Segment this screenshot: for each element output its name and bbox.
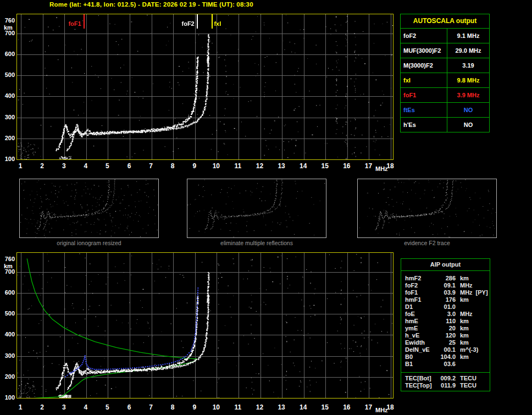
- aip-name: D1: [405, 303, 436, 311]
- x-tick-label: 7: [146, 403, 157, 411]
- aip-name: foE: [405, 311, 436, 318]
- aip-name: Ewidth: [405, 339, 436, 346]
- aip-unit: MHz: [456, 289, 473, 296]
- x-tick-label: 15: [319, 403, 330, 411]
- x-tick-label: 8: [167, 403, 178, 411]
- aip-unit: km: [456, 318, 469, 325]
- aip-unit: km: [456, 332, 469, 339]
- y-tick-label: 700: [1, 268, 15, 275]
- x-tick-label: 16: [341, 403, 352, 411]
- aip-note: [469, 296, 472, 303]
- aip-name: h_vE: [405, 332, 436, 339]
- aip-name: B1: [405, 361, 436, 368]
- aip-note: [PY]: [473, 289, 488, 296]
- aip-note: [469, 353, 472, 361]
- aip-unit: km: [456, 339, 469, 346]
- thumbnail-canvas-reflections: [187, 179, 326, 237]
- autoscala-param-value: NO: [447, 118, 489, 132]
- y-tick-label: 600: [1, 51, 15, 57]
- aip-name: TEC[Bot]: [405, 375, 436, 382]
- autoscala-param-value: 9.8 MHz: [447, 73, 489, 87]
- thumbnail-evidence-f2: [357, 179, 497, 238]
- autoscala-output-panel: AUTOSCALA output foF29.1 MHzMUF(3000)F22…: [400, 14, 490, 132]
- x-tick-label: 6: [124, 403, 135, 411]
- y-tick-label: 400: [1, 331, 15, 337]
- aip-unit: MHz: [456, 282, 473, 289]
- aip-val: 03.9: [436, 289, 456, 296]
- aip-name: DelN_vE: [405, 346, 436, 353]
- autoscala-param-name: ftEs: [401, 103, 447, 117]
- aip-row-ymE: ymE20km: [405, 325, 490, 332]
- aip-row-foF1: foF103.9MHz[PY]: [405, 289, 490, 296]
- aip-val: 03.6: [436, 361, 456, 368]
- aip-val: 01.0: [436, 303, 456, 311]
- tec-section: TEC[Bot]009.2TECUTEC[Top]011.9TECU: [401, 372, 490, 391]
- x-tick-label: 2: [37, 403, 48, 411]
- bottom-ionogram-plot: [16, 252, 394, 399]
- aip-row-h_vE: h_vE120km: [405, 332, 490, 339]
- autoscala-param-name: foF1: [401, 88, 447, 102]
- x-tick-label: 4: [80, 403, 91, 411]
- aip-note: [460, 361, 463, 368]
- aip-name: B0: [405, 353, 436, 361]
- x-tick-label: 3: [58, 403, 69, 411]
- x-tick-label: 11: [232, 162, 243, 170]
- x-tick-label: 2: [37, 162, 48, 170]
- x-tick-label: 18: [385, 162, 396, 170]
- autoscala-row-foF2: foF29.1 MHz: [401, 29, 489, 43]
- autoscala-param-name: MUF(3000)F2: [401, 43, 447, 58]
- y-tick-label: 200: [1, 373, 15, 380]
- x-tick-label: 7: [146, 162, 157, 170]
- x-tick-label: 9: [189, 403, 200, 411]
- x-tick-label: 8: [167, 162, 178, 170]
- aip-name: ymE: [405, 325, 436, 332]
- aip-row-foF2: foF209.1MHz: [405, 282, 490, 289]
- y-tick-label: 600: [1, 289, 15, 296]
- x-tick-label: 12: [254, 403, 265, 411]
- thumbnail-original-ionogram: [19, 179, 159, 238]
- thumbnail-caption-original: original ionogram resized: [19, 240, 159, 246]
- aip-row-hmF2: hmF2286km: [405, 275, 490, 282]
- y-tick-label: 200: [1, 135, 15, 141]
- aip-table: hmF2286kmfoF209.1MHzfoF103.9MHz[PY]hmF11…: [401, 271, 490, 370]
- aip-row-B1: B103.6: [405, 361, 490, 368]
- autoscala-row-ftEs: ftEsNO: [401, 103, 489, 118]
- aip-val: 110: [436, 318, 456, 325]
- tec-row-TEC[Bot]: TEC[Bot]009.2TECU: [405, 375, 490, 382]
- y-tick-label: 300: [1, 352, 15, 359]
- y-tick-label: 500: [1, 71, 15, 78]
- y-tick-label: 100: [1, 156, 15, 162]
- aip-val: 011.9: [436, 382, 456, 389]
- x-tick-label: 13: [276, 162, 287, 170]
- aip-unit: [456, 303, 460, 311]
- y-tick-label: 400: [1, 92, 15, 99]
- aip-name: hmE: [405, 318, 436, 325]
- aip-val: 104.0: [436, 353, 456, 361]
- thumbnail-caption-reflections: eliminate multiple reflections: [187, 240, 326, 246]
- aip-row-hmE: hmE110km: [405, 318, 490, 325]
- x-tick-label: 15: [319, 162, 330, 170]
- x-tick-label: 13: [276, 403, 287, 411]
- autoscala-row-M(3000)F2: M(3000)F23.19: [401, 58, 489, 73]
- aip-val: 286: [436, 275, 456, 282]
- autoscala-param-value: 29.0 MHz: [447, 43, 489, 58]
- thumbnail-caption-f2: evidence F2 trace: [357, 240, 497, 246]
- top-ionogram-plot: [16, 14, 394, 160]
- marker-label-foF2: foF2: [171, 20, 195, 27]
- page-title: Rome (lat: +41.8, lon: 012.5) - DATE: 20…: [49, 1, 253, 8]
- aip-unit: km: [456, 296, 469, 303]
- aip-panel-title: AIP output: [401, 259, 490, 271]
- y-tick-label: 700: [1, 30, 15, 36]
- aip-name: hmF1: [405, 296, 436, 303]
- autoscala-row-h'Es: h'EsNO: [401, 118, 489, 132]
- y-tick-label: 300: [1, 114, 15, 120]
- autoscala-row-fxI: fxI9.8 MHz: [401, 73, 489, 88]
- x-tick-label: 5: [102, 403, 113, 411]
- aip-row-DelN_vE: DelN_vE00.1m^(-3): [405, 346, 490, 353]
- aip-val: 3.0: [436, 311, 456, 318]
- autoscala-param-name: M(3000)F2: [401, 58, 447, 73]
- autoscala-param-value: 3.9 MHz: [447, 88, 489, 102]
- aip-unit: km: [456, 353, 469, 361]
- aip-row-hmF1: hmF1176km: [405, 296, 490, 303]
- aip-note: [473, 282, 476, 289]
